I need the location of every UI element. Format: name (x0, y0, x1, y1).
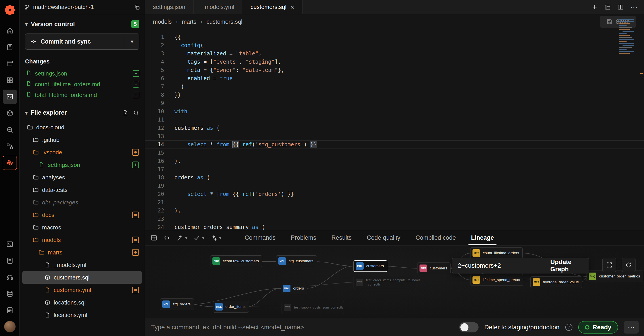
archive-icon[interactable] (3, 56, 17, 71)
code-line[interactable]: 1{{ (145, 33, 644, 41)
lineage-node-customers[interactable]: MDLcustomers (354, 260, 387, 272)
panel-tab-Code quality[interactable]: Code quality (359, 230, 408, 245)
commit-options-caret[interactable]: ▾ (125, 34, 139, 49)
tree-item-customers.sql[interactable]: customers.sql (22, 271, 142, 284)
lint-check-icon[interactable]: ▾ (193, 234, 204, 242)
terminal-icon[interactable] (3, 237, 17, 251)
panel-tab-Compiled code[interactable]: Compiled code (408, 230, 463, 245)
code-line[interactable]: 16), (145, 157, 644, 165)
tree-item-data-tests[interactable]: data-tests (22, 184, 142, 196)
notebook-icon[interactable] (3, 40, 17, 54)
update-graph-button[interactable]: Update Graph (544, 258, 589, 273)
lineage-search-input[interactable] (452, 258, 544, 273)
editor-tab-customers.sql[interactable]: customers.sql× (242, 0, 302, 14)
home-icon[interactable] (3, 23, 17, 38)
code-editor-icon[interactable] (3, 90, 17, 104)
code-line[interactable]: 17 (145, 165, 644, 174)
pipeline-icon[interactable] (3, 139, 17, 153)
tree-item-analyses[interactable]: analyses (22, 171, 142, 184)
headset-icon[interactable] (3, 270, 17, 284)
code-line[interactable]: 12customers as ( (145, 124, 644, 132)
defer-toggle[interactable] (459, 322, 478, 333)
copy-branch-icon[interactable] (134, 4, 140, 10)
fullscreen-button[interactable] (602, 258, 616, 272)
dbt-core-icon[interactable] (3, 156, 17, 170)
tree-item-locations.yml[interactable]: locations.yml (22, 309, 142, 321)
code-line[interactable]: 22), (145, 207, 644, 215)
editor-tab-_models.yml[interactable]: _models.yml (194, 0, 242, 14)
changed-file[interactable]: total_lifetime_orders.md+ (20, 90, 145, 100)
code-line[interactable]: 5 meta = {"owner": "data-team"}, (145, 66, 644, 74)
code-line[interactable]: 4 tags = ["events", "staging"], (145, 58, 644, 66)
lineage-node-customers[interactable]: SEMcustomers (417, 263, 450, 274)
code-line[interactable]: 19 (145, 182, 644, 190)
code-line[interactable]: 7 ) (145, 83, 644, 91)
code-line[interactable]: 9 (145, 99, 644, 107)
split-columns-icon[interactable] (617, 4, 624, 10)
lineage-node-stg_customers[interactable]: MDLstg_customers (276, 255, 317, 267)
tree-item-macros[interactable]: macros (22, 221, 142, 234)
help-icon[interactable]: ? (565, 324, 572, 331)
version-control-header[interactable]: ▾ Version control 5 (20, 14, 145, 32)
file-explorer-header[interactable]: ▾ File explorer (20, 100, 145, 119)
tab-overflow-icon[interactable]: ⋯ (630, 3, 638, 12)
insights-lens-icon[interactable] (3, 123, 17, 137)
code-line[interactable]: 6 enabled = true (145, 74, 644, 83)
panel-tab-Results[interactable]: Results (324, 230, 359, 245)
new-file-icon[interactable] (122, 110, 128, 116)
breadcrumb-item[interactable]: models (153, 18, 172, 25)
tree-item-_models.yml[interactable]: _models.yml (22, 259, 142, 271)
commit-and-sync-main[interactable]: Commit and sync (25, 34, 125, 49)
code-line[interactable]: 10with (145, 107, 644, 116)
commit-and-sync-button[interactable]: Commit and sync ▾ (25, 33, 139, 50)
lineage-node-orders[interactable]: MDLorders (281, 283, 307, 294)
tree-item-marts[interactable]: marts (22, 246, 142, 259)
tree-item-docs-cloud[interactable]: docs-cloud (22, 121, 142, 134)
code-line[interactable]: 15 (145, 149, 644, 157)
code-line[interactable]: 23 (145, 215, 644, 223)
lineage-node-test_order_items_compute_to_bools _correctly[interactable]: TSTtest_order_items_compute_to_bools _co… (354, 276, 416, 289)
ai-assist-icon[interactable]: ▾ (210, 234, 222, 242)
minimap[interactable] (617, 18, 636, 55)
code-line[interactable]: 3 materialized = "table", (145, 50, 644, 58)
refresh-graph-button[interactable] (622, 258, 636, 272)
user-avatar[interactable] (4, 321, 16, 333)
lineage-canvas[interactable]: SRCecom.raw_customersMDLstg_customersMDL… (145, 246, 644, 318)
command-input[interactable] (151, 324, 454, 331)
panel-tab-Commands[interactable]: Commands (237, 230, 283, 245)
tree-item-.github[interactable]: .github (22, 134, 142, 146)
lineage-node-ecom.raw_customers[interactable]: SRCecom.raw_customers (210, 255, 262, 267)
search-icon[interactable] (133, 110, 139, 116)
tree-item-customers.yml[interactable]: customers.yml (22, 284, 142, 296)
code-line[interactable]: 14 select * from {{ ref('stg_customers')… (145, 141, 644, 149)
code-line[interactable]: 24customer_orders_summary as ( (145, 223, 644, 230)
new-tab-icon[interactable] (591, 4, 598, 10)
status-more-button[interactable]: ⋯ (624, 321, 639, 334)
tree-item-docs[interactable]: docs (22, 209, 142, 221)
status-ready-badge[interactable]: Ready (578, 321, 618, 334)
panel-tab-Lineage[interactable]: Lineage (463, 230, 501, 245)
code-area[interactable]: 1{{2 config(3 materialized = "table",4 t… (145, 30, 644, 230)
apps-keypad-icon[interactable] (3, 303, 17, 318)
code-line[interactable]: 13 (145, 132, 644, 141)
code-line[interactable]: 18orders as ( (145, 174, 644, 182)
branch-row[interactable]: matthewshaver-patch-1 (20, 0, 145, 14)
lineage-node-test_supply_costs_sum_correctly[interactable]: TSTtest_supply_costs_sum_correctly (282, 301, 344, 314)
results-table-icon[interactable] (150, 234, 158, 242)
lineage-node-count_lifetime_orders[interactable]: METcount_lifetime_orders (470, 247, 522, 259)
tab-close-icon[interactable]: × (290, 4, 294, 10)
code-line[interactable]: 2 config( (145, 41, 644, 50)
lineage-node-stg_orders[interactable]: MDLstg_orders (160, 299, 194, 310)
panel-layout-icon[interactable] (604, 4, 611, 10)
code-view-icon[interactable] (163, 234, 170, 242)
dashboard-grid-icon[interactable] (3, 73, 17, 87)
package-icon[interactable] (3, 106, 17, 120)
dbt-logo-icon[interactable] (4, 3, 16, 16)
breadcrumb-item[interactable]: marts (182, 18, 196, 25)
code-editor[interactable]: models›marts›customers.sql Save 1{{2 con… (145, 14, 644, 230)
code-line[interactable]: 8}} (145, 91, 644, 99)
tree-item-settings.json[interactable]: settings.json+ (22, 159, 142, 171)
editor-tab-settings.json[interactable]: settings.json (145, 0, 194, 14)
tree-item-models[interactable]: models (22, 234, 142, 246)
task-list-icon[interactable] (3, 254, 17, 268)
